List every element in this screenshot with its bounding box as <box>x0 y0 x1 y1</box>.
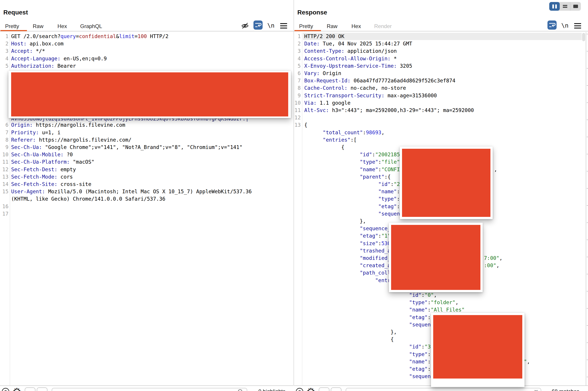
line-number: 15 <box>0 188 8 195</box>
newline-toggle-button[interactable]: \n <box>267 22 275 29</box>
response-search-input[interactable] <box>346 388 541 391</box>
code-line: 9Strict-Transport-Security: max-age=3153… <box>294 92 588 99</box>
line-number: 4 <box>294 55 301 62</box>
code-line: 1HTTP/2 200 OK <box>294 33 588 40</box>
redaction-box-entry-3 <box>431 313 524 387</box>
word-wrap-button[interactable] <box>547 20 557 30</box>
redaction-box-entry-2 <box>389 223 483 292</box>
rows-icon <box>563 4 567 8</box>
line-number: 10 <box>0 151 8 158</box>
code-line: 4Accept-Language: en-US,en;q=0.9 <box>0 55 293 63</box>
code-line: 2Date: Tue, 04 Nov 2025 15:44:27 GMT <box>294 40 588 48</box>
search-match-tick <box>587 377 588 377</box>
search-match-tick <box>587 308 588 309</box>
response-tab-render[interactable]: Render <box>374 23 392 29</box>
line-number: 3 <box>0 47 8 55</box>
line-number: 5 <box>0 62 8 70</box>
eye-off-icon[interactable] <box>241 21 249 31</box>
code-line: 17 <box>0 210 293 218</box>
search-match-tick <box>587 51 588 51</box>
editor-menu-button[interactable] <box>574 23 581 30</box>
editor-menu-button[interactable] <box>280 23 287 30</box>
newline-toggle-button[interactable]: \n <box>561 22 569 29</box>
single-pane-icon <box>573 5 578 8</box>
response-tab-raw[interactable]: Raw <box>327 23 337 29</box>
settings-gear-icon[interactable]: ⚙ <box>306 387 315 391</box>
search-match-tick <box>587 291 588 292</box>
redaction-box-token <box>8 71 291 118</box>
code-line: 7Priority: u=1, i <box>0 129 293 136</box>
single-view-button[interactable] <box>570 2 581 11</box>
http-inspector-window: Request Pretty Raw Hex GraphQL \n 1GE <box>0 0 588 391</box>
help-icon[interactable]: ? <box>1 387 10 391</box>
code-line: 9Sec-Ch-Ua: "Google Chrome";v="141", "No… <box>0 144 293 151</box>
code-line: 5X-Envoy-Upstream-Service-Time: 3205 <box>294 62 588 70</box>
request-tab-graphql[interactable]: GraphQL <box>80 23 102 29</box>
previous-match-button[interactable]: ← <box>319 388 329 391</box>
response-tabbar-divider <box>294 31 588 31</box>
response-match-count: 68 matches <box>552 388 579 391</box>
code-line: 15User-Agent: Mozilla/5.0 (Macintosh; In… <box>0 188 293 196</box>
line-number: 9 <box>294 92 301 99</box>
code-line: 7Box-Request-Id: 06aa47fd7772a6ad4d8629f… <box>294 77 588 85</box>
request-tab-pretty[interactable]: Pretty <box>5 23 19 29</box>
request-search-bar: ? ⚙ ← → 0 highlights <box>0 386 294 391</box>
search-match-tick <box>587 137 588 137</box>
scroll-marker-column <box>586 32 588 386</box>
code-line: 4Access-Control-Allow-Origin: * <box>294 55 588 63</box>
search-match-tick <box>587 342 588 343</box>
request-tab-raw[interactable]: Raw <box>33 23 43 29</box>
svg-text:?: ? <box>298 389 301 391</box>
split-columns-view-button[interactable] <box>549 2 560 11</box>
line-number: 11 <box>0 158 8 166</box>
search-match-tick <box>587 68 588 69</box>
line-number: 6 <box>294 70 301 77</box>
line-number: 8 <box>294 84 301 92</box>
previous-match-button[interactable]: ← <box>25 388 35 391</box>
word-wrap-icon <box>547 20 557 30</box>
code-line: 11Sec-Ch-Ua-Platform: "macOS" <box>0 158 293 166</box>
search-match-tick <box>587 154 588 154</box>
request-highlight-count: 0 highlights <box>258 388 285 391</box>
code-line: (KHTML, like Gecko) Chrome/141.0.0.0 Saf… <box>0 195 293 203</box>
line-number: 6 <box>0 121 8 129</box>
response-tab-pretty[interactable]: Pretty <box>299 23 313 29</box>
line-number: 4 <box>0 55 8 62</box>
search-match-tick <box>587 188 588 189</box>
search-icon <box>237 389 244 391</box>
split-rows-view-button[interactable] <box>560 2 570 11</box>
code-line: 12Sec-Fetch-Dest: empty <box>0 166 293 174</box>
line-number: 3 <box>294 47 301 55</box>
line-number: 17 <box>0 210 8 217</box>
code-line: 6Origin: https://margolis.filevine.com <box>0 121 293 129</box>
response-tab-hex[interactable]: Hex <box>351 23 361 29</box>
next-match-button[interactable]: → <box>331 388 341 391</box>
search-match-tick <box>587 205 588 206</box>
line-number: 1 <box>294 33 301 40</box>
request-search-input[interactable] <box>52 388 247 391</box>
settings-gear-icon[interactable]: ⚙ <box>12 387 21 391</box>
code-line: 12 <box>294 114 588 122</box>
code-line: 6Vary: Origin <box>294 70 588 77</box>
search-match-tick <box>587 360 588 360</box>
code-line: 16 <box>0 203 293 210</box>
response-panel-title: Response <box>297 9 327 16</box>
line-number: 7 <box>294 77 301 84</box>
code-line: 13{ <box>294 121 588 129</box>
line-number: 5 <box>294 62 301 70</box>
request-panel: Request Pretty Raw Hex GraphQL \n 1GE <box>0 0 294 391</box>
word-wrap-button[interactable] <box>253 20 263 30</box>
code-line: 1GET /2.0/search?query=confidential&limi… <box>0 33 293 40</box>
search-match-tick <box>587 274 588 274</box>
line-number: 8 <box>0 136 8 144</box>
search-match-tick <box>587 102 588 103</box>
next-match-button[interactable]: → <box>37 388 47 391</box>
redacted-token-fragment: Avho55uoNojtu2q1soXbsohPt_1vhPqo2PPojyLP… <box>11 119 278 122</box>
clear-search-icon[interactable]: × <box>534 388 538 391</box>
search-match-tick <box>587 222 588 223</box>
line-number: 12 <box>0 166 8 173</box>
help-icon[interactable]: ? <box>295 387 304 391</box>
request-tab-hex[interactable]: Hex <box>57 23 67 29</box>
scrollbar-thumb[interactable] <box>582 33 585 41</box>
search-match-tick <box>587 85 588 86</box>
